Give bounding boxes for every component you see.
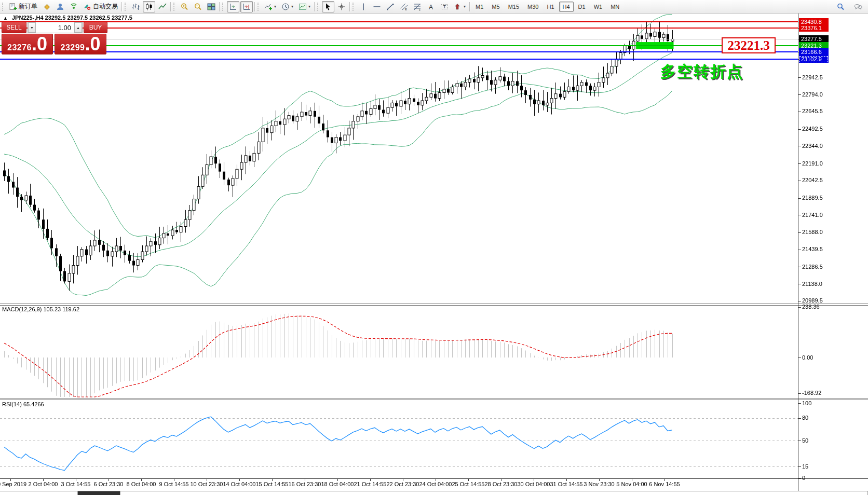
timeframe-m30-button[interactable]: M30 (524, 2, 542, 12)
timeframe-m15-button[interactable]: M15 (505, 2, 523, 12)
sell-button[interactable]: SELL (2, 22, 26, 33)
macd-axis-tick: 0.00 (802, 354, 813, 361)
volume-decrease-button[interactable]: ▼ (28, 22, 36, 33)
toolbar-separator (349, 2, 350, 11)
date-axis-label: 14 Oct 04:00 (223, 481, 256, 487)
timeframe-h1-button[interactable]: H1 (543, 2, 558, 12)
status-bar (0, 491, 868, 495)
chart-note-text[interactable]: 多空转折点 (660, 61, 743, 82)
rsi-axis-tick: 0 (802, 475, 805, 481)
vertical-line-button[interactable] (357, 1, 370, 12)
collapse-arrow-icon[interactable]: ▲ (3, 16, 8, 21)
macd-axis-tick: 238.36 (802, 304, 820, 310)
zoom-in-button[interactable] (178, 1, 191, 12)
price-axis-tick: 22344.0 (802, 143, 823, 149)
price-line-label[interactable]: 23102.9 (799, 56, 829, 63)
chart-shift-button[interactable] (240, 1, 253, 12)
price-line-label[interactable]: 23376.1 (799, 24, 829, 32)
text-icon: A (427, 3, 435, 11)
symbol-period: JPN225-,H4 (12, 15, 44, 21)
templates-button[interactable]: ▾ (296, 1, 313, 12)
buy-price-int: 23299 (60, 43, 85, 52)
search-button[interactable] (834, 1, 847, 12)
autotrading-button[interactable]: 自动交易 (81, 1, 120, 12)
date-axis-label: 9 Oct 14:55 (159, 481, 189, 487)
status-cell-dark (78, 491, 120, 495)
horizontal-line-button[interactable] (371, 1, 383, 12)
buy-price[interactable]: 23299 .0 (55, 34, 106, 54)
toolbar-group: 新订单自动交易 (6, 0, 120, 13)
toolbar-grip (125, 3, 128, 11)
price-line-label[interactable]: 23166.6 (799, 48, 829, 56)
toolbar-grip (222, 3, 225, 11)
date-axis-label: 18 Oct 04:00 (321, 481, 354, 487)
zoom-out-button[interactable] (192, 1, 204, 12)
profile-button[interactable] (54, 1, 66, 12)
signal-button[interactable] (67, 1, 80, 12)
eraser-button[interactable] (40, 1, 53, 12)
timeframe-d1-button[interactable]: D1 (575, 2, 589, 12)
ohlc-readout: 23292.5 23297.5 23262.5 23277.5 (45, 15, 132, 21)
autotrading-icon (83, 3, 91, 11)
price-axis-tick: 20989.5 (802, 297, 823, 304)
buy-price-dec: .0 (85, 34, 100, 54)
price-axis-tick: 21138.0 (802, 281, 822, 287)
trendline-button[interactable] (384, 1, 397, 12)
line-chart-button[interactable] (156, 1, 169, 12)
arrows-button[interactable]: ▾ (452, 1, 468, 12)
price-chart-canvas[interactable] (0, 13, 868, 491)
toolbar-grip (173, 3, 177, 11)
candlestick-icon (145, 3, 153, 11)
periods-button[interactable]: ▾ (279, 1, 295, 12)
new-order-label: 新订单 (19, 2, 37, 11)
price-axis-tick: 21439.5 (802, 246, 823, 252)
arrows-icon (454, 3, 462, 11)
rsi-axis-tick: 100 (802, 400, 811, 406)
buy-button[interactable]: BUY (84, 22, 107, 33)
price-axis-tick: 22942.5 (802, 74, 823, 80)
templates-icon (299, 3, 307, 11)
timeframe-h4-button[interactable]: H4 (559, 2, 574, 12)
dropdown-caret-icon: ▾ (464, 5, 466, 9)
new-order-button[interactable]: 新订单 (7, 1, 39, 12)
date-axis-label: 8 Oct 04:00 (127, 481, 156, 487)
auto-scroll-button[interactable] (227, 1, 239, 12)
price-axis-tick: 21286.5 (802, 264, 823, 270)
macd-header: MACD(12,26,9) 105.23 119.62 (2, 306, 79, 312)
price-axis-tick: 22492.5 (802, 126, 823, 132)
date-axis-label: 30 Sep 2019 (0, 481, 26, 487)
price-axis-tick: 21588.0 (802, 229, 823, 235)
date-axis-label: 2 Oct 04:00 (29, 481, 58, 487)
candlestick-chart-button[interactable] (143, 1, 155, 12)
crosshair-button[interactable] (335, 1, 348, 12)
periods-icon (281, 3, 290, 11)
text-label-button[interactable]: T (438, 1, 451, 12)
timeframe-w1-button[interactable]: W1 (590, 2, 606, 12)
sell-price[interactable]: 23276 .0 (2, 34, 53, 54)
chart-window: ▲ JPN225-,H4 23292.5 23297.5 23262.5 232… (0, 13, 868, 491)
date-axis-label: 3 Oct 14:55 (61, 481, 91, 487)
bar-chart-button[interactable] (129, 1, 142, 12)
text-button[interactable]: A (425, 1, 437, 12)
rsi-header: RSI(14) 65.4266 (2, 401, 44, 407)
cursor-button[interactable] (322, 1, 334, 12)
signal-icon (70, 3, 78, 11)
timeframe-mn-button[interactable]: MN (607, 2, 623, 12)
price-callout-label[interactable]: 23221.3 (722, 37, 776, 53)
volume-increase-button[interactable]: ▲ (74, 22, 82, 33)
community-chat-button[interactable] (852, 1, 864, 12)
tile-windows-button[interactable] (205, 1, 218, 12)
new-order-icon (9, 3, 17, 11)
timeframe-m1-button[interactable]: M1 (472, 2, 487, 12)
search-icon (836, 3, 845, 11)
volume-input[interactable] (36, 23, 74, 32)
timeframe-m5-button[interactable]: M5 (488, 2, 503, 12)
toolbar-separator (254, 2, 255, 11)
date-axis-label: 10 Oct 23:30 (191, 481, 223, 487)
fibonacci-button[interactable]: F (411, 1, 424, 12)
toolbar-group (226, 0, 253, 13)
trendline-icon (386, 3, 395, 11)
equidistant-channel-button[interactable]: E (398, 1, 410, 12)
indicators-button[interactable]: ▾ (262, 1, 278, 12)
toolbar: 新订单自动交易▾▾▾EFAT▾M1M5M15M30H1H4D1W1MN (0, 0, 868, 13)
